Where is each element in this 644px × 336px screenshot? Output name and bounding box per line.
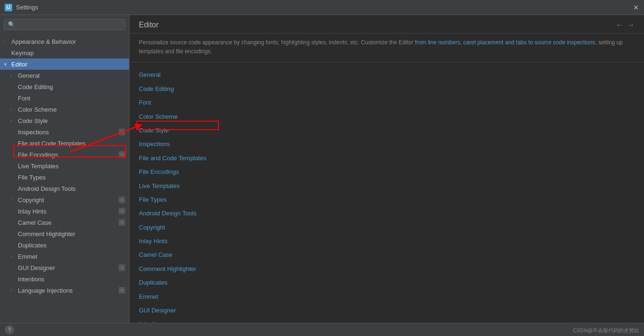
link-android-design-tools[interactable]: Android Design Tools xyxy=(139,206,635,220)
expand-arrow: › xyxy=(10,288,17,293)
app-icon: IJ xyxy=(5,4,12,11)
sidebar-item-inlay-hints[interactable]: Inlay Hints ≡ xyxy=(0,205,129,217)
sidebar-item-copyright[interactable]: › Copyright ≡ xyxy=(0,194,129,205)
content-area: Editor ← → Personalize source code appea… xyxy=(129,15,644,336)
sidebar-item-intentions[interactable]: Intentions xyxy=(0,273,129,285)
link-file-types[interactable]: File Types xyxy=(139,193,635,206)
link-color-scheme[interactable]: Color Scheme xyxy=(139,110,635,123)
sidebar-item-file-types[interactable]: File Types xyxy=(0,172,129,183)
link-inlay-hints[interactable]: Inlay Hints xyxy=(139,234,635,248)
content-description: Personalize source code appearance by ch… xyxy=(129,33,644,62)
link-code-editing[interactable]: Code Editing xyxy=(139,82,635,96)
copyright-badge: ≡ xyxy=(119,197,125,203)
sidebar-item-gui-designer[interactable]: GUI Designer ≡ xyxy=(0,262,129,273)
sidebar-item-code-style[interactable]: › Code Style xyxy=(0,115,129,126)
back-button[interactable]: ← xyxy=(616,21,623,29)
help-button[interactable]: ? xyxy=(5,325,14,335)
link-copyright[interactable]: Copyright xyxy=(139,221,635,234)
expand-arrow: › xyxy=(10,254,17,259)
link-code-style[interactable]: Code Style xyxy=(139,123,635,137)
sidebar-item-emmet[interactable]: › Emmet xyxy=(0,251,129,262)
expand-arrow: › xyxy=(10,73,17,78)
search-input[interactable] xyxy=(4,19,125,30)
sidebar-item-language-injections[interactable]: › Language Injections ≡ xyxy=(0,285,129,296)
sidebar-item-editor[interactable]: ∨ Editor xyxy=(0,58,129,70)
main-container: › Appearance & Behavior Keymap ∨ Editor … xyxy=(0,15,644,336)
camel-case-badge: ≡ xyxy=(119,219,125,226)
window-title: Settings xyxy=(16,4,633,11)
bottom-bar: ? xyxy=(0,323,644,336)
sidebar-item-file-encodings[interactable]: File Encodings ≡ xyxy=(0,149,129,160)
link-file-encodings[interactable]: File Encodings xyxy=(139,165,635,179)
expand-arrow: › xyxy=(4,39,10,44)
sidebar-item-comment-highlighter[interactable]: Comment Highlighter xyxy=(0,228,129,239)
navigation-arrows: ← → xyxy=(616,21,635,29)
expand-arrow: › xyxy=(10,118,17,123)
expand-arrow: ∨ xyxy=(4,62,10,66)
link-comment-highlighter[interactable]: Comment Highlighter xyxy=(139,262,635,276)
link-font[interactable]: Font xyxy=(139,96,635,109)
link-duplicates[interactable]: Duplicates xyxy=(139,276,635,289)
link-camel-case[interactable]: Camel Case xyxy=(139,248,635,262)
sidebar-item-color-scheme[interactable]: › Color Scheme xyxy=(0,104,129,115)
link-live-templates[interactable]: Live Templates xyxy=(139,179,635,193)
forward-button[interactable]: → xyxy=(627,21,635,29)
sidebar-tree: › Appearance & Behavior Keymap ∨ Editor … xyxy=(0,34,129,336)
inlay-hints-badge: ≡ xyxy=(119,208,125,214)
sidebar-item-appearance[interactable]: › Appearance & Behavior xyxy=(0,36,129,47)
link-general[interactable]: General xyxy=(139,68,635,82)
sidebar-item-code-editing[interactable]: Code Editing xyxy=(0,81,129,92)
link-gui-designer[interactable]: GUI Designer xyxy=(139,303,635,317)
inspections-badge: ≡ xyxy=(119,129,125,135)
content-links-list: General Code Editing Font Color Scheme C… xyxy=(129,62,644,336)
gui-designer-badge: ≡ xyxy=(119,264,125,271)
sidebar-item-general[interactable]: › General xyxy=(0,70,129,81)
sidebar-item-duplicates[interactable]: Duplicates xyxy=(0,239,129,251)
window-controls: ✕ xyxy=(633,4,639,11)
close-button[interactable]: ✕ xyxy=(633,4,639,11)
link-file-code-templates[interactable]: File and Code Templates xyxy=(139,151,635,165)
content-header: Editor ← → xyxy=(129,15,644,33)
language-injections-badge: ≡ xyxy=(119,287,125,294)
sidebar-item-android-design-tools[interactable]: Android Design Tools xyxy=(0,183,129,194)
expand-arrow: › xyxy=(10,107,17,112)
page-title: Editor xyxy=(139,21,159,29)
sidebar-item-camel-case[interactable]: Camel Case ≡ xyxy=(0,217,129,228)
sidebar: › Appearance & Behavior Keymap ∨ Editor … xyxy=(0,15,129,336)
sidebar-item-live-templates[interactable]: Live Templates xyxy=(0,160,129,172)
file-encodings-badge: ≡ xyxy=(119,151,125,158)
expand-arrow: › xyxy=(10,197,17,202)
sidebar-item-keymap[interactable]: Keymap xyxy=(0,47,129,58)
link-inspections[interactable]: Inspections xyxy=(139,137,635,151)
sidebar-item-inspections[interactable]: Inspections ≡ xyxy=(0,126,129,138)
link-emmet[interactable]: Emmet xyxy=(139,290,635,303)
watermark: CSDN@不会敲代码的史努比 xyxy=(573,327,639,334)
sidebar-item-file-code-templates[interactable]: File and Code Templates xyxy=(0,138,129,149)
title-bar: IJ Settings ✕ xyxy=(0,0,644,15)
sidebar-item-font[interactable]: Font xyxy=(0,92,129,104)
